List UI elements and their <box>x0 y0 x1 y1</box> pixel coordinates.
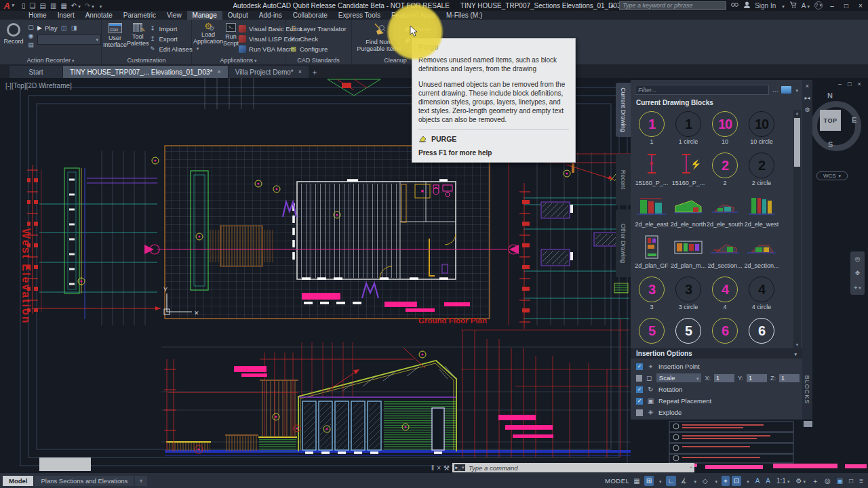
block-item[interactable]: 2d_section... <box>707 234 743 275</box>
user-interface-button[interactable]: User Interface <box>103 23 127 48</box>
file-tab-tiny-house[interactable]: TINY HOUSE_TRP007_... Elevations_01_D03*… <box>63 66 228 78</box>
close-tab-icon[interactable]: × <box>217 68 220 75</box>
block-item[interactable]: 44 <box>707 275 743 317</box>
viewcube-south[interactable]: S <box>828 140 833 148</box>
new-file-icon[interactable]: ▯ <box>22 2 26 9</box>
viewcube-top-face[interactable]: TOP <box>820 110 841 131</box>
minimize-button[interactable]: – <box>827 2 837 9</box>
repeat-placement-checkbox[interactable]: ✓ <box>636 398 643 405</box>
collapse-icon[interactable] <box>793 350 797 357</box>
block-item[interactable]: 2d_ele_west <box>743 192 780 234</box>
viewcube-east[interactable]: E <box>852 116 856 124</box>
clean-screen-icon[interactable]: □ <box>847 476 855 486</box>
command-expand-icon[interactable]: ^ <box>690 465 692 471</box>
sign-in-menu-icon[interactable] <box>781 2 785 9</box>
tab-mfiles[interactable]: M-Files (M:) <box>441 11 488 20</box>
object-snap-tracking-icon[interactable]: ⌖ <box>722 476 730 486</box>
palette-properties-icon[interactable]: ⚙ <box>804 106 810 113</box>
block-item[interactable]: 5 <box>670 317 707 348</box>
palette-tab-other-drawing[interactable]: Other Drawing <box>616 209 631 277</box>
plot-icon[interactable]: ▦ <box>60 2 66 9</box>
layout-tab-plans-sections[interactable]: Plans Sections and Elevations <box>35 476 134 486</box>
redo-icon[interactable]: ↷ <box>85 2 94 9</box>
info-center-arrow-icon[interactable]: ▸ <box>611 2 614 9</box>
block-item[interactable]: 33 <box>633 275 670 317</box>
block-item[interactable]: 2d_ele_south <box>707 192 743 234</box>
tab-collaborate[interactable]: Collaborate <box>288 11 333 20</box>
load-application-button[interactable]: ⚙ Load Application <box>193 23 223 45</box>
doc-minimize-icon[interactable]: – <box>838 81 842 87</box>
close-tab-icon[interactable]: × <box>298 68 302 75</box>
panel-label-action-recorder[interactable]: Action Recorder <box>0 57 101 64</box>
polar-dropdown-icon[interactable] <box>690 476 698 486</box>
explode-checkbox[interactable] <box>636 409 643 416</box>
customization-menu-icon[interactable]: ≡ <box>857 476 865 486</box>
customize-command-icon[interactable]: ⚒ <box>443 464 450 472</box>
palette-tab-current-drawing[interactable]: Current Drawing <box>616 83 631 137</box>
blocks-scrollbar[interactable]: ▴ ▾ <box>793 110 801 348</box>
annotation-scale-button[interactable]: 1:1 <box>774 476 791 486</box>
insert-message-icon[interactable]: ▢ <box>27 23 35 30</box>
qat-customize-icon[interactable] <box>98 2 102 9</box>
rotation-checkbox[interactable]: ✓ <box>636 386 643 393</box>
block-item[interactable]: 6 <box>743 317 780 348</box>
grid-display-icon[interactable]: ▦ <box>631 476 642 486</box>
run-script-button[interactable]: >_ Run Script <box>223 23 239 47</box>
block-item[interactable]: 2d_plan_m... <box>670 234 707 275</box>
scale-z-input[interactable] <box>779 374 800 382</box>
command-input[interactable] <box>467 464 688 472</box>
block-item[interactable]: 15160_P_... <box>670 151 707 192</box>
tab-home[interactable]: Home <box>23 11 52 20</box>
close-command-icon[interactable]: × <box>437 464 441 472</box>
block-item[interactable]: 2d_plan_GF <box>633 234 670 275</box>
open-file-icon[interactable]: ❏ <box>30 2 36 9</box>
block-item[interactable]: 15160_P_... <box>633 151 670 192</box>
scale-y-input[interactable] <box>747 374 767 382</box>
graphics-performance-icon[interactable]: ▣ <box>835 476 845 486</box>
annotation-monitor-icon[interactable]: ＋ <box>810 476 821 486</box>
viewcube[interactable]: N E S W TOP WCS <box>806 89 864 177</box>
insertion-point-checkbox[interactable]: ✓ <box>636 363 643 370</box>
zoom-icon[interactable]: ⌖ <box>854 284 861 291</box>
new-layout-button[interactable]: + <box>135 476 147 486</box>
wcs-menu[interactable]: WCS <box>816 171 848 180</box>
ortho-mode-icon[interactable]: ∟ <box>666 476 677 486</box>
command-input-field[interactable]: ▸_ ^ <box>452 463 694 472</box>
insert-base-point-icon[interactable]: ◉ <box>27 32 35 39</box>
save-icon[interactable]: ▤ <box>39 2 45 9</box>
autodesk-app-icon[interactable]: A <box>802 2 810 9</box>
tab-manage[interactable]: Manage <box>187 11 222 20</box>
tab-featured-apps[interactable]: Featured Apps <box>386 11 441 20</box>
tab-view[interactable]: View <box>161 11 187 20</box>
help-icon[interactable]: ? <box>814 1 823 9</box>
block-item[interactable]: 2d_section... <box>743 234 780 275</box>
scale-dropdown[interactable]: Scale <box>656 373 702 382</box>
find-non-purgeable-button[interactable]: Find Non-Purgeable Items <box>355 23 403 52</box>
isometric-drafting-icon[interactable]: ◇ <box>701 476 710 486</box>
viewport-controls[interactable]: [-][Top][2D Wireframe] <box>5 82 72 89</box>
command-prompt-icon[interactable]: ▸_ <box>454 464 465 471</box>
workspace-switching-icon[interactable]: ⚙ <box>793 476 807 486</box>
insert-pause-icon[interactable]: ▤ <box>27 41 35 48</box>
block-item[interactable]: 1010 circle <box>743 110 780 151</box>
doc-restore-icon[interactable]: □ <box>848 81 851 87</box>
dock-grip-icon[interactable]: ‖ <box>431 464 434 472</box>
manage-macros-icon[interactable]: ◫ <box>60 24 67 32</box>
close-button[interactable]: × <box>856 2 865 9</box>
autocad-logo-icon[interactable]: A <box>0 0 18 11</box>
block-item[interactable]: 11 circle <box>670 110 707 151</box>
osnap-dropdown-icon[interactable] <box>743 476 751 486</box>
block-item[interactable]: 33 circle <box>670 275 707 317</box>
new-drawing-tab-button[interactable]: + <box>309 67 320 78</box>
annotation-autoscale-icon[interactable]: A <box>764 476 772 486</box>
snap-dropdown-icon[interactable] <box>656 476 664 486</box>
block-item[interactable]: 11 <box>633 110 670 151</box>
insertion-options-header[interactable]: Insertion Options <box>631 348 802 359</box>
scroll-up-icon[interactable]: ▴ <box>793 110 801 117</box>
purge-button[interactable]: Purge <box>403 24 431 33</box>
palette-close-icon[interactable]: × <box>806 83 809 89</box>
model-space-toggle[interactable]: MODEL <box>605 477 629 485</box>
block-library-icon[interactable] <box>781 86 791 94</box>
search-input[interactable] <box>619 1 726 10</box>
object-snap-icon[interactable]: ⊡ <box>732 476 741 486</box>
